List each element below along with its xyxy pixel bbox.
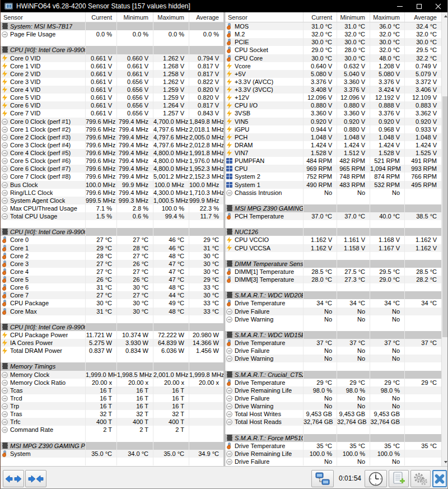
sensor-row[interactable]: Vcore0.640 V0.632 V1.208 V0.749 V xyxy=(225,62,441,70)
close-sensors-button[interactable] xyxy=(432,470,447,487)
sensor-row[interactable]: Trfc400 T400 T400 T xyxy=(1,418,223,426)
sensor-row[interactable]: Core Max31 °C30 °C48 °C33 °C xyxy=(1,308,223,315)
section-header-row[interactable]: S.M.A.R.T.: WDC WD15EA... xyxy=(225,331,441,339)
sensor-row[interactable]: System 1490 RPM483 RPM532 RPM495 RPM xyxy=(225,181,441,189)
sensor-row[interactable]: Core 1 VID0.661 V0.661 V1.268 V0.817 V xyxy=(1,62,223,70)
section-header-row[interactable]: S.M.A.R.T.: Crucial_CT525... xyxy=(225,371,441,379)
sensor-row[interactable]: Drive Temperature35 °C35 °C35 °C35 °C xyxy=(225,442,441,450)
sensor-row[interactable]: +3.3V (AVCC)3.376 V3.360 V3.376 V3.372 V xyxy=(225,78,441,86)
sensor-row[interactable]: Drive Remaining Life100.0 %100.0 %100.0 … xyxy=(225,450,441,458)
sensor-row[interactable]: Core 0 Clock (perf #1)799.6 MHz799.4 MHz… xyxy=(1,118,223,125)
sensor-row[interactable]: CPU VCCSA1.162 V1.158 V1.167 V1.162 V xyxy=(225,244,441,252)
sensor-row[interactable]: Drive Remaining Life98.0 %98.0 %98.0 % xyxy=(225,386,441,394)
sensor-row[interactable]: Drive WarningNoNoNo xyxy=(225,355,441,362)
sensor-row[interactable]: Drive Temperature29 °C29 °C29 °C29 °C xyxy=(225,379,441,386)
sensor-row[interactable]: System Agent Clock999.5 MHz999.3 MHz1,00… xyxy=(1,197,223,204)
maximize-button[interactable] xyxy=(409,0,428,12)
section-header-row[interactable]: Memory Timings xyxy=(1,362,223,370)
vertical-scrollbar[interactable] xyxy=(441,12,448,466)
sensor-row[interactable]: System35.0 °C34.0 °C35.0 °C34.9 °C xyxy=(1,450,223,458)
column-header-average[interactable]: Average xyxy=(405,12,441,22)
sensor-row[interactable]: Trp16 T16 T16 T xyxy=(1,402,223,410)
sensor-row[interactable]: Total CPU Usage1.5 %0.6 %99.4 %11.7 % xyxy=(1,212,223,220)
sensor-row[interactable]: Memory Clock Ratio20.00 x20.00 x20.00 x2… xyxy=(1,379,223,386)
sensor-row[interactable]: Core 129 °C28 °C46 °C31 °C xyxy=(1,244,223,252)
section-header-row[interactable]: System: MSI MS-7B17 xyxy=(1,22,223,30)
sensor-row[interactable]: CPU Package30 °C30 °C49 °C33 °C xyxy=(1,299,223,307)
sensor-row[interactable]: Core 5 Clock (perf #6)799.6 MHz799.4 MHz… xyxy=(1,157,223,165)
sensor-row[interactable]: Core 2 Clock (perf #3)799.6 MHz799.4 MHz… xyxy=(1,133,223,141)
sensor-row[interactable]: PCIE30.0 °C30.0 °C30.0 °C30.0 °C xyxy=(225,38,441,46)
sensor-row[interactable]: Core 7 Clock (perf #8)799.6 MHz799.4 MHz… xyxy=(1,173,223,180)
column-header-current[interactable]: Current xyxy=(86,12,117,22)
section-header-row[interactable]: S.M.A.R.T.: WDC WD20EZ... xyxy=(225,291,441,299)
scroll-up-button[interactable] xyxy=(442,12,448,20)
sensor-row[interactable]: MOS31.0 °C31.0 °C36.0 °C32.4 °C xyxy=(225,22,441,30)
sensor-row[interactable]: DIMM[1] Temperature28.5 °C27.5 °C29.5 °C… xyxy=(225,268,441,276)
section-header-row[interactable]: S.M.A.R.T.: Force MP510 (... xyxy=(225,434,441,442)
logging-button[interactable] xyxy=(389,470,409,487)
sensor-row[interactable]: iGPU0.944 V0.880 V0.968 V0.933 V xyxy=(225,125,441,133)
sensor-row[interactable]: CPU Core30.0 °C30.0 °C48.0 °C32.2 °C xyxy=(225,54,441,62)
sensor-row[interactable]: Core 2 VID0.661 V0.661 V1.258 V0.817 V xyxy=(1,70,223,78)
sensor-row[interactable]: VIN50.920 V0.920 V0.920 V0.920 V xyxy=(225,118,441,125)
sensor-row[interactable]: Core 3 VID0.661 V0.656 V1.262 V0.822 V xyxy=(1,78,223,86)
sensor-row[interactable]: Ring/LLC Clock799.6 MHz799.4 MHz4,300.0 … xyxy=(1,189,223,197)
section-header-row[interactable]: MSI MPG Z390 GAMING PR... xyxy=(225,204,441,212)
scrollbar-thumb[interactable] xyxy=(442,96,448,337)
scroll-down-button[interactable] xyxy=(442,458,448,466)
sensor-row[interactable]: CPU Socket29.0 °C28.0 °C32.0 °C29.5 °C xyxy=(225,46,441,54)
sensor-row[interactable]: CPU Package Power11.721 W10.374 W72.222 … xyxy=(1,331,223,339)
sensor-row[interactable]: PUMPFAN484 RPM482 RPM521 RPM491 RPM xyxy=(225,157,441,165)
sensor-row[interactable]: Drive FailureNoNoNo xyxy=(225,308,441,315)
collapse-columns-button[interactable] xyxy=(25,470,46,487)
sensor-row[interactable]: Bus Clock100.0 MHz99.9 MHz100.0 MHz100.0… xyxy=(1,181,223,189)
sensor-row[interactable]: PCH1.048 V1.048 V1.048 V1.048 V xyxy=(225,133,441,141)
sensor-row[interactable]: Tras32 T32 T32 T xyxy=(1,410,223,418)
sensor-row[interactable]: Core 5 VID0.661 V0.656 V1.259 V0.820 V xyxy=(1,94,223,101)
sensor-row[interactable]: Drive Temperature34 °C34 °C34 °C34 °C xyxy=(225,299,441,307)
sensor-row[interactable]: DIMM[3] Temperature28.0 °C27.3 °C29.0 °C… xyxy=(225,276,441,283)
sensor-row[interactable]: Trcd16 T16 T16 T xyxy=(1,394,223,402)
sensor-row[interactable]: Tcas16 T16 T16 T xyxy=(1,386,223,394)
sensor-row[interactable]: PCH Temperature37.0 °C37.0 °C40.0 °C38.5… xyxy=(225,212,441,220)
sensor-row[interactable]: Drive FailureNoNoNo xyxy=(225,347,441,355)
sensor-row[interactable]: IA Cores Power5.275 W3.930 W64.839 W14.3… xyxy=(1,339,223,347)
column-header-current[interactable]: Current xyxy=(304,12,337,22)
section-header-row[interactable]: DIMM Temperature Sensor xyxy=(225,260,441,268)
section-header-row[interactable]: CPU [#0]: Intel Core i9-9900K xyxy=(1,46,223,54)
sensor-row[interactable]: DRAM1.424 V1.424 V1.424 V1.424 V xyxy=(225,141,441,149)
section-header-row[interactable]: CPU [#0]: Intel Core i9-9900... xyxy=(1,323,223,331)
column-header-minimum[interactable]: Minimum xyxy=(337,12,370,22)
sensor-row[interactable]: Core 3 Clock (perf #4)799.6 MHz799.4 MHz… xyxy=(1,141,223,149)
section-header-row[interactable]: MSI MPG Z390 GAMING PRO ... xyxy=(1,442,223,450)
sensor-row[interactable]: Page File Usage0.0 %0.0 %0.0 %0.0 % xyxy=(1,30,223,38)
sensor-row[interactable]: Chassis IntrusionNoNoNo xyxy=(225,189,441,197)
sensor-row[interactable]: Drive Temperature37 °C37 °C37 °C37 °C xyxy=(225,339,441,347)
section-header-row[interactable]: CPU [#0]: Intel Core i9-9900... xyxy=(1,228,223,236)
sensor-row[interactable]: Core 6 VID0.661 V0.656 V1.264 V0.817 V xyxy=(1,101,223,109)
sensor-row[interactable]: Drive FailureNoNoNo xyxy=(225,394,441,402)
sensor-row[interactable]: CPU I/O0.880 V0.880 V0.888 V0.883 V xyxy=(225,101,441,109)
sensor-row[interactable]: Core 4 Clock (perf #5)799.6 MHz799.4 MHz… xyxy=(1,149,223,157)
sensor-row[interactable]: +5V5.080 V5.040 V5.080 V5.079 V xyxy=(225,70,441,78)
sensor-row[interactable]: Drive FailureNoNoNo xyxy=(225,458,441,465)
sensor-row[interactable]: Core 027 °C27 °C46 °C29 °C xyxy=(1,236,223,244)
sensor-row[interactable]: Drive WarningNoNoNo xyxy=(225,315,441,323)
expand-columns-button[interactable] xyxy=(3,470,24,487)
sensor-row[interactable]: VIN71.528 V1.512 V1.528 V1.525 V xyxy=(225,149,441,157)
column-header-minimum[interactable]: Minimum xyxy=(117,12,153,22)
sensor-row[interactable]: Drive WarningNoNoNo xyxy=(225,402,441,410)
column-header-maximum[interactable]: Maximum xyxy=(370,12,405,22)
sensor-row[interactable]: Total DRAM Power0.837 W0.834 W6.036 W1.4… xyxy=(1,347,223,355)
sensor-row[interactable]: Max CPU/Thread Usage7.1 %2.8 %100.0 %22.… xyxy=(1,204,223,212)
section-header-row[interactable]: NUC126 xyxy=(225,228,441,236)
column-header-sensor[interactable]: Sensor xyxy=(1,12,86,22)
sensor-row[interactable]: Core 1 Clock (perf #2)799.6 MHz799.4 MHz… xyxy=(1,125,223,133)
sensor-row[interactable]: Core 526 °C26 °C47 °C29 °C xyxy=(1,276,223,283)
column-header-average[interactable]: Average xyxy=(189,12,223,22)
sensor-row[interactable]: Core 4 VID0.661 V0.656 V1.259 V0.820 V xyxy=(1,86,223,94)
close-window-button[interactable] xyxy=(428,0,447,12)
sensor-row[interactable]: +12V12.096 V12.096 V12.192 V12.109 V xyxy=(225,94,441,101)
column-header-sensor[interactable]: Sensor xyxy=(225,12,304,22)
